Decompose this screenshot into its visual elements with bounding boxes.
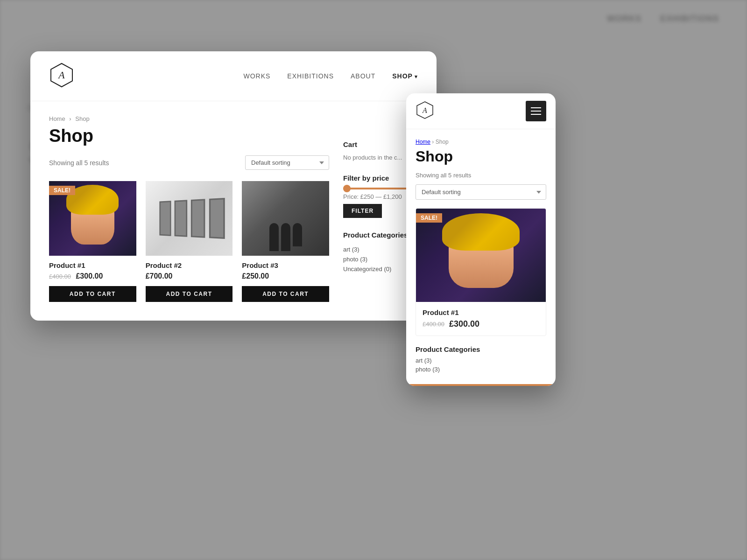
nav-about[interactable]: ABOUT (351, 72, 375, 80)
frame-2 (175, 200, 188, 237)
nav-works[interactable]: WORKS (243, 72, 270, 80)
mobile-cat-art[interactable]: art (3) (416, 357, 546, 364)
mobile-product-prices: £400.00 £300.00 (423, 319, 539, 329)
hamburger-button[interactable] (526, 101, 546, 121)
hamburger-line-2 (531, 111, 541, 112)
product-name-2: Product #2 (146, 261, 233, 269)
mobile-sort-select[interactable]: Default sorting Sort by price: low to hi… (416, 184, 546, 200)
nav-exhibitions[interactable]: EXHIBITIONS (287, 72, 334, 80)
breadcrumb-home[interactable]: Home (49, 115, 65, 122)
price-new-3: £250.00 (242, 272, 269, 280)
sale-badge-1: Sale! (49, 186, 75, 195)
page-title: Shop (49, 126, 329, 146)
svg-text:A: A (422, 106, 427, 114)
mobile-page-title: Shop (416, 148, 546, 165)
desktop-main: Home › Shop Shop Showing all 5 results D… (49, 115, 329, 302)
desktop-body: Home › Shop Shop Showing all 5 results D… (30, 101, 437, 321)
bg-nav-exhibitions: EXHIBITIONS (660, 14, 719, 24)
mobile-product-card: Sale! Product #1 £400.00 £300.00 (416, 208, 546, 336)
silhouette-1 (269, 223, 279, 251)
price-new-2: £700.00 (146, 272, 173, 280)
mobile-breadcrumb-current: Shop (436, 139, 449, 145)
frame-4 (209, 198, 225, 239)
silhouette-2 (281, 223, 290, 251)
mobile-logo[interactable]: A (416, 101, 434, 121)
hamburger-line-1 (531, 107, 541, 108)
product-image-1: Sale! (49, 181, 136, 256)
product-price-2: £700.00 (146, 272, 233, 280)
frame-3 (191, 199, 205, 238)
product-image-2 (146, 181, 233, 256)
product-price-3: £250.00 (242, 272, 329, 280)
add-to-cart-1[interactable]: ADD TO CART (49, 286, 136, 302)
mobile-orange-bar (406, 384, 556, 386)
bg-nav-works: WORKS (607, 14, 641, 24)
mobile-product-name: Product #1 (423, 308, 539, 316)
mobile-price-new: £300.00 (449, 319, 479, 329)
frame-1 (159, 201, 171, 236)
add-to-cart-2[interactable]: ADD TO CART (146, 286, 233, 302)
sort-select[interactable]: Default sorting Sort by price: low to hi… (245, 155, 329, 170)
nav-shop[interactable]: SHOP (392, 72, 418, 80)
mobile-price-old: £400.00 (423, 321, 444, 328)
gallery-photo-image (146, 181, 233, 256)
product-card-1: Sale! Product #1 £400.00 £300.00 ADD TO … (49, 181, 136, 302)
breadcrumb-current: Shop (75, 115, 89, 122)
mobile-categories-section: Product Categories art (3) photo (3) (416, 345, 546, 373)
gallery-frames (159, 198, 225, 239)
mobile-header: A (406, 93, 556, 129)
product-name-3: Product #3 (242, 261, 329, 269)
bg-nav: WORKS EXHIBITIONS (0, 0, 747, 38)
mobile-breadcrumb-home[interactable]: Home (416, 139, 430, 145)
mobile-results: Showing all 5 results (416, 172, 546, 179)
add-to-cart-3[interactable]: ADD TO CART (242, 286, 329, 302)
products-grid: Sale! Product #1 £400.00 £300.00 ADD TO … (49, 181, 329, 302)
desktop-modal: A WORKS EXHIBITIONS ABOUT SHOP Home › Sh… (30, 51, 437, 321)
mobile-breadcrumb: Home › Shop (416, 139, 546, 145)
celebrity-photo-image (242, 181, 329, 256)
price-new-1: £300.00 (76, 272, 103, 280)
mobile-breadcrumb-sep: › (432, 139, 435, 145)
desktop-logo[interactable]: A (49, 63, 74, 90)
mobile-categories-title: Product Categories (416, 345, 546, 353)
breadcrumb-separator: › (69, 115, 71, 122)
price-old-1: £400.00 (49, 273, 71, 280)
price-slider-thumb[interactable] (343, 185, 351, 192)
mobile-product-img: Sale! (416, 209, 546, 302)
product-name-1: Product #1 (49, 261, 136, 269)
svg-text:A: A (57, 69, 65, 81)
hamburger-line-3 (531, 114, 541, 115)
desktop-header: A WORKS EXHIBITIONS ABOUT SHOP (30, 51, 437, 101)
silhouette-3 (293, 223, 302, 246)
mobile-product-info: Product #1 £400.00 £300.00 (416, 302, 546, 336)
product-card-2: Product #2 £700.00 ADD TO CART (146, 181, 233, 302)
desktop-nav: WORKS EXHIBITIONS ABOUT SHOP (243, 72, 418, 80)
mobile-cat-photo[interactable]: photo (3) (416, 366, 546, 373)
results-count: Showing all 5 results (49, 159, 109, 167)
filter-button[interactable]: FILTER (343, 204, 382, 218)
silhouettes (269, 223, 302, 256)
mobile-girl-painting (416, 209, 546, 302)
shop-toolbar: Showing all 5 results Default sorting So… (49, 155, 329, 170)
product-card-3: Product #3 £250.00 ADD TO CART (242, 181, 329, 302)
mobile-body: Home › Shop Shop Showing all 5 results D… (406, 129, 556, 386)
product-price-1: £400.00 £300.00 (49, 272, 136, 280)
mobile-sale-badge: Sale! (416, 213, 442, 223)
product-image-3 (242, 181, 329, 256)
mobile-modal: A Home › Shop Shop Showing all 5 results… (406, 93, 556, 386)
breadcrumb: Home › Shop (49, 115, 329, 122)
